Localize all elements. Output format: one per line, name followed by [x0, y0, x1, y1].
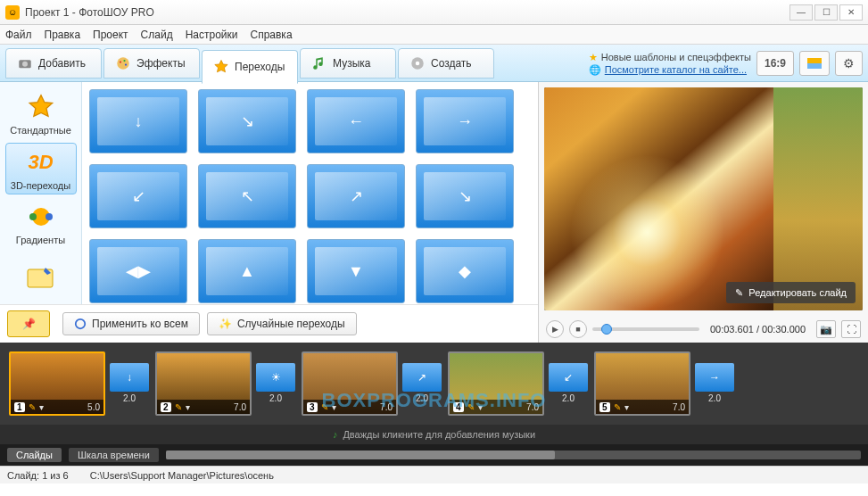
star-icon [25, 91, 57, 123]
transition-duration: 2.0 [269, 393, 282, 403]
stop-button[interactable]: ■ [569, 320, 587, 338]
play-button[interactable]: ▶ [546, 320, 564, 338]
svg-point-5 [125, 63, 127, 65]
sun-icon [807, 58, 822, 69]
menu-file[interactable]: Файл [5, 29, 32, 41]
note-icon [311, 55, 327, 71]
random-label: Случайные переходы [237, 318, 345, 330]
pencil-icon: ✎ [735, 287, 743, 299]
cat-favorites[interactable] [5, 252, 77, 304]
menu-help[interactable]: Справка [250, 29, 292, 41]
menu-slide[interactable]: Слайд [141, 29, 173, 41]
transition-thumb[interactable]: ↙ [549, 363, 588, 392]
tab-transitions[interactable]: Переходы [202, 50, 298, 84]
chevron-down-icon[interactable]: ▾ [332, 402, 336, 412]
transition-item[interactable]: ↖ [198, 164, 296, 228]
transition-item[interactable]: ▼ [307, 239, 405, 303]
promo-box: ★Новые шаблоны и спецэффекты 🌐Посмотрите… [589, 51, 751, 76]
apply-all-button[interactable]: Применить ко всем [62, 312, 200, 335]
disc-icon [409, 55, 426, 71]
pin-icon [25, 262, 57, 294]
playback-controls: ▶ ■ 00:03.601 / 00:30.000 📷 ⛶ [539, 316, 868, 343]
snapshot-button[interactable]: 📷 [816, 320, 836, 338]
slide-number: 1 [14, 402, 25, 412]
tab-slides[interactable]: Слайды [7, 448, 62, 462]
filmstrip[interactable]: 1✎▾5.0 ↓2.0 2✎▾7.0 ☀2.0 3✎▾7.0 ↗2.0 4✎▾7… [0, 343, 868, 425]
cat-gradients[interactable]: Градиенты [5, 198, 77, 250]
aspect-label: 16:9 [765, 57, 786, 70]
svg-point-2 [117, 57, 129, 70]
promo-link[interactable]: Посмотрите каталог на сайте... [605, 64, 747, 75]
chevron-down-icon[interactable]: ▾ [39, 402, 44, 412]
random-button[interactable]: ✨ Случайные переходы [207, 312, 357, 335]
transition-item[interactable]: ↙ [89, 164, 187, 228]
svg-rect-8 [807, 58, 822, 63]
transition-item[interactable]: ◆ [416, 239, 514, 303]
svg-point-11 [29, 213, 37, 220]
slide-thumb[interactable]: 5✎▾7.0 [594, 351, 690, 416]
menu-project[interactable]: Проект [93, 29, 128, 41]
slide-thumb[interactable]: 1✎▾5.0 [9, 351, 105, 416]
slide-thumb[interactable]: 3✎▾7.0 [302, 351, 398, 416]
wand-icon [74, 318, 87, 330]
menu-settings[interactable]: Настройки [186, 29, 238, 41]
cat-standard-label: Стандартные [10, 125, 71, 136]
status-slide: Слайд: 1 из 6 [7, 470, 69, 481]
transitions-grid[interactable]: ↓ ↘ ← → ↙ ↖ ↗ ↘ ◀▶ ▲ ▼ ◆ [82, 82, 538, 304]
slide-thumb[interactable]: 4✎▾7.0 [448, 351, 544, 416]
close-button[interactable]: ✕ [839, 4, 863, 21]
seek-slider[interactable] [592, 327, 699, 331]
music-track[interactable]: ♪ Дважды кликните для добавления музыки [0, 425, 868, 444]
slide-number: 4 [453, 402, 464, 412]
tab-effects[interactable]: Эффекты [103, 48, 200, 79]
status-path: C:\Users\Support Manager\Pictures\осень [90, 470, 274, 481]
chevron-down-icon[interactable]: ▾ [478, 402, 483, 412]
aspect-ratio-button[interactable]: 16:9 [756, 51, 794, 76]
theme-button[interactable] [799, 51, 830, 76]
transition-item[interactable]: ↗ [307, 164, 405, 228]
3d-icon: 3D [25, 146, 57, 178]
transition-thumb[interactable]: → [695, 363, 734, 392]
transition-thumb[interactable]: ↗ [402, 363, 442, 392]
svg-point-12 [45, 213, 53, 220]
timeline-scrollbar[interactable] [166, 451, 861, 459]
cat-3d-label: 3D-переходы [11, 180, 70, 191]
slide-thumb[interactable]: 2✎▾7.0 [155, 351, 252, 416]
transition-item[interactable]: ↓ [89, 89, 187, 153]
music-hint: Дважды кликните для добавления музыки [343, 429, 535, 440]
slide-number: 5 [599, 402, 610, 412]
transition-item[interactable]: ↘ [416, 164, 514, 228]
chevron-down-icon[interactable]: ▾ [624, 402, 629, 412]
edit-slide-button[interactable]: ✎ Редактировать слайд [726, 282, 856, 303]
slide-duration: 7.0 [526, 402, 539, 412]
svg-rect-9 [807, 63, 822, 69]
pencil-icon: ✎ [467, 402, 475, 412]
tab-timescale[interactable]: Шкала времени [69, 448, 159, 462]
transition-item[interactable]: ↘ [198, 89, 296, 153]
sparkle-icon: ✨ [219, 318, 232, 330]
globe-icon: 🌐 [589, 64, 601, 75]
tab-create[interactable]: Создать [398, 48, 494, 79]
transition-item[interactable]: → [416, 89, 514, 153]
chevron-down-icon[interactable]: ▾ [186, 402, 190, 412]
minimize-button[interactable]: — [789, 4, 813, 21]
transition-item[interactable]: ▲ [198, 239, 296, 303]
tab-add[interactable]: Добавить [5, 48, 102, 79]
main-toolbar: Добавить Эффекты Переходы Музыка Создать… [0, 45, 868, 82]
tab-music[interactable]: Музыка [300, 48, 396, 79]
transition-item[interactable]: ◀▶ [89, 239, 187, 303]
transition-thumb[interactable]: ↓ [110, 363, 149, 392]
svg-point-7 [416, 61, 420, 65]
preview-image[interactable]: ✎ Редактировать слайд [544, 87, 863, 310]
svg-point-3 [120, 61, 121, 62]
fullscreen-button[interactable]: ⛶ [841, 320, 861, 338]
menu-edit[interactable]: Правка [45, 29, 81, 41]
cat-3d[interactable]: 3D 3D-переходы [5, 143, 77, 194]
cat-standard[interactable]: Стандартные [5, 87, 77, 139]
slide-duration: 7.0 [673, 402, 685, 412]
settings-button[interactable]: ⚙ [835, 51, 863, 76]
maximize-button[interactable]: ☐ [814, 4, 838, 21]
transition-item[interactable]: ← [307, 89, 405, 153]
transition-thumb[interactable]: ☀ [256, 363, 295, 392]
favorites-button[interactable]: 📌 [7, 310, 50, 337]
